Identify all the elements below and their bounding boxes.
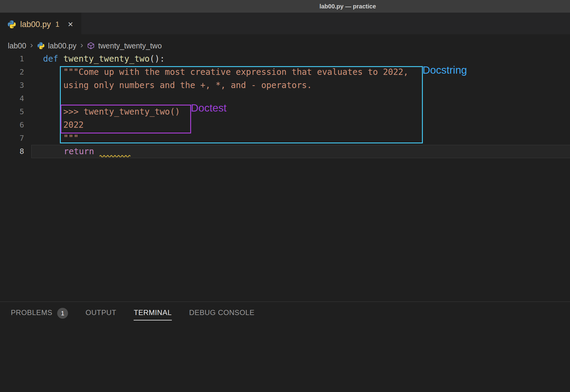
panel-tab-label: OUTPUT xyxy=(85,308,116,320)
symbol-function-icon xyxy=(87,42,95,50)
code-token: return xyxy=(64,146,94,156)
line-number: 7 xyxy=(0,132,31,145)
problems-count-badge: 1 xyxy=(57,308,68,319)
code-text[interactable]: >>> twenty_twenty_two() xyxy=(31,105,570,118)
tab-close-icon[interactable]: ✕ xyxy=(67,20,73,29)
code-token xyxy=(43,67,63,77)
line-number: 4 xyxy=(0,92,31,105)
python-file-icon xyxy=(37,42,45,50)
window-title: lab00.py — practice xyxy=(319,0,376,13)
code-line[interactable]: 1def twenty_twenty_two(): xyxy=(0,52,570,66)
code-lines: 1def twenty_twenty_two():2 """Come up wi… xyxy=(0,52,570,158)
breadcrumb-item-lab00[interactable]: lab00 xyxy=(8,41,26,50)
code-editor[interactable]: 1def twenty_twenty_two():2 """Come up wi… xyxy=(0,52,570,158)
code-line[interactable]: 7 """ xyxy=(0,132,570,145)
tab-lab00-py[interactable]: lab00.py 1 ✕ xyxy=(0,13,81,34)
code-token: (): xyxy=(150,54,165,64)
breadcrumb: lab00 › lab00.py › twenty_twenty_two xyxy=(0,34,570,55)
line-number: 5 xyxy=(0,105,31,118)
code-text[interactable]: """ xyxy=(31,132,570,145)
code-text[interactable]: 2022 xyxy=(31,118,570,132)
code-text[interactable] xyxy=(31,92,570,105)
chevron-right-icon: › xyxy=(80,41,83,49)
code-token: 2022 xyxy=(63,120,83,130)
code-token xyxy=(43,107,63,117)
code-token xyxy=(43,80,63,90)
panel-tab-debug-console[interactable]: DEBUG CONSOLE xyxy=(189,308,255,320)
code-line[interactable]: 6 2022 xyxy=(0,118,570,132)
panel-tab-label: PROBLEMS xyxy=(11,308,52,320)
code-token: """Come up with the most creative expres… xyxy=(63,67,408,77)
code-text[interactable]: using only numbers and the +, *, and - o… xyxy=(31,79,570,92)
code-line[interactable]: 8 return xyxy=(0,145,570,158)
line-number: 1 xyxy=(0,52,31,66)
panel-tab-label: DEBUG CONSOLE xyxy=(189,308,255,320)
breadcrumb-item-lab00-py[interactable]: lab00.py xyxy=(48,41,77,50)
vscode-window: lab00.py — practice lab00.py 1 ✕ lab00 ›… xyxy=(0,0,570,392)
line-number: 2 xyxy=(0,66,31,79)
code-token: def xyxy=(43,54,58,64)
code-line[interactable]: 2 """Come up with the most creative expr… xyxy=(0,66,570,79)
bottom-panel: PROBLEMS1OUTPUTTERMINALDEBUG CONSOLE Mol… xyxy=(0,302,570,392)
code-text[interactable]: """Come up with the most creative expres… xyxy=(31,66,570,79)
code-line[interactable]: 5 >>> twenty_twenty_two() xyxy=(0,105,570,118)
tab-label: lab00.py xyxy=(20,20,51,29)
code-token xyxy=(43,120,63,130)
code-token: twenty_twenty_two xyxy=(63,54,150,64)
code-token: >>> twenty_twenty_two() xyxy=(63,107,180,117)
code-token xyxy=(94,146,99,156)
panel-tab-output[interactable]: OUTPUT xyxy=(85,308,116,320)
code-token: using only numbers and the +, *, and - o… xyxy=(63,80,312,90)
code-token: """ xyxy=(63,133,79,143)
code-text[interactable]: return xyxy=(31,145,570,158)
code-token xyxy=(43,133,63,143)
panel-tab-terminal[interactable]: TERMINAL xyxy=(134,308,172,320)
breadcrumb-item-symbol[interactable]: twenty_twenty_two xyxy=(98,41,162,50)
python-file-icon xyxy=(7,20,16,29)
line-number: 3 xyxy=(0,79,31,92)
code-token xyxy=(43,146,64,156)
chevron-right-icon: › xyxy=(30,41,33,49)
code-line[interactable]: 3 using only numbers and the +, *, and -… xyxy=(0,79,570,92)
code-token xyxy=(58,54,64,64)
panel-tab-problems[interactable]: PROBLEMS1 xyxy=(11,308,68,321)
code-line[interactable]: 4 xyxy=(0,92,570,105)
code-text[interactable]: def twenty_twenty_two(): xyxy=(31,52,570,66)
editor-tab-strip: lab00.py 1 ✕ xyxy=(0,13,570,34)
tab-problems-badge: 1 xyxy=(55,20,59,29)
title-bar: lab00.py — practice xyxy=(0,0,570,13)
line-number: 6 xyxy=(0,118,31,132)
panel-tab-label: TERMINAL xyxy=(134,308,172,320)
line-number: 8 xyxy=(0,145,31,158)
panel-tabs: PROBLEMS1OUTPUTTERMINALDEBUG CONSOLE xyxy=(0,302,570,322)
